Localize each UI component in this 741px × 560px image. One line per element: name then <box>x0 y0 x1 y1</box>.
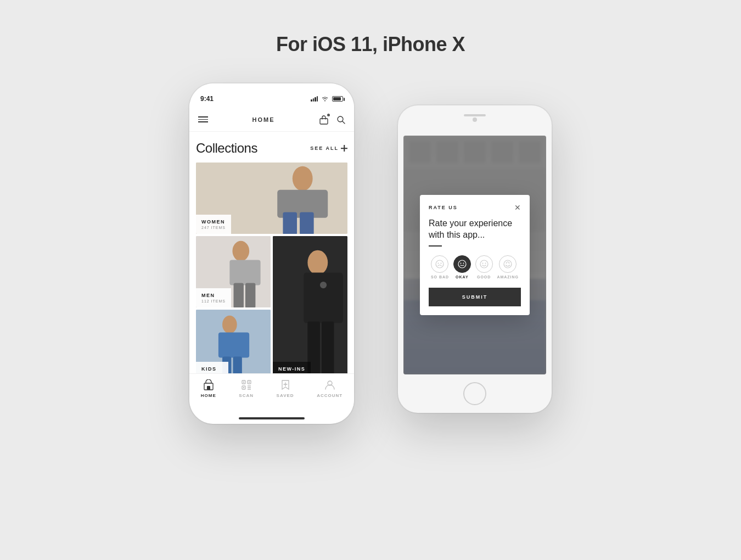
svg-rect-10 <box>229 260 260 285</box>
iphone-x-device: 9:41 <box>189 83 354 424</box>
modal-header: RATE US ✕ <box>429 204 521 211</box>
svg-rect-15 <box>304 273 343 323</box>
svg-rect-29 <box>243 382 244 383</box>
svg-point-14 <box>307 250 328 275</box>
rating-good[interactable]: GOOD <box>475 255 493 279</box>
tab-saved[interactable]: SAVED <box>277 378 294 398</box>
svg-rect-30 <box>249 382 250 383</box>
svg-point-1 <box>338 116 343 122</box>
women-count: 247 ITEMS <box>201 226 226 229</box>
tab-bar: HOME <box>189 373 354 413</box>
newins-name: NEW-INS <box>278 366 305 372</box>
menu-icon[interactable] <box>198 116 208 122</box>
svg-point-49 <box>460 262 461 264</box>
scan-tab-label: SCAN <box>239 393 254 398</box>
amazing-label: AMAZING <box>497 275 519 279</box>
amazing-icon <box>499 255 517 273</box>
collection-kids[interactable]: KIDS 62 ITEMS <box>196 310 271 373</box>
tab-scan[interactable]: SCAN <box>239 378 254 398</box>
men-name: MEN <box>201 293 226 299</box>
home-tab-icon <box>202 378 215 391</box>
svg-point-9 <box>232 241 249 261</box>
svg-point-56 <box>509 262 510 264</box>
svg-rect-0 <box>320 119 328 124</box>
newins-count: 23 ITEMS <box>278 373 305 373</box>
good-label: GOOD <box>477 275 491 279</box>
submit-button[interactable]: SUBMIT <box>429 288 521 306</box>
rate-modal: RATE US ✕ Rate your experience with this… <box>420 195 530 315</box>
kids-count: 62 ITEMS <box>201 373 223 373</box>
home-tab-label: HOME <box>201 393 216 398</box>
account-tab-label: ACCOUNT <box>317 393 343 398</box>
signal-icon <box>311 96 318 102</box>
status-time: 9:41 <box>200 95 214 103</box>
svg-rect-31 <box>243 387 244 388</box>
svg-rect-23 <box>233 356 242 373</box>
women-label: WOMEN 247 ITEMS <box>196 215 231 234</box>
cart-icon[interactable] <box>319 115 329 125</box>
good-icon <box>475 255 493 273</box>
men-label: MEN 112 ITEMS <box>196 288 231 307</box>
svg-point-55 <box>506 262 507 264</box>
svg-point-45 <box>436 260 444 268</box>
phone1-screen: 9:41 <box>189 83 354 424</box>
svg-point-20 <box>222 316 237 334</box>
svg-rect-21 <box>218 332 249 357</box>
svg-rect-25 <box>207 386 210 390</box>
svg-rect-18 <box>322 322 334 373</box>
scan-tab-icon <box>240 378 253 391</box>
home-indicator <box>189 413 354 424</box>
collections-grid: WOMEN 247 ITEMS <box>196 163 347 373</box>
newins-label: NEW-INS 23 ITEMS <box>273 362 311 373</box>
okay-label: OKAY <box>456 275 469 279</box>
modal-title: RATE US <box>429 205 458 210</box>
svg-point-51 <box>480 260 488 268</box>
svg-rect-7 <box>300 212 314 234</box>
account-tab-icon <box>323 378 336 391</box>
svg-point-52 <box>482 262 483 264</box>
svg-point-48 <box>458 260 466 268</box>
rating-okay[interactable]: OKAY <box>453 255 471 279</box>
phone2-background: RATE US ✕ Rate your experience with this… <box>403 136 546 374</box>
rating-options: SO BAD <box>429 255 521 279</box>
home-button[interactable] <box>463 382 486 405</box>
saved-tab-icon <box>279 378 292 391</box>
kids-name: KIDS <box>201 366 223 372</box>
collection-newins[interactable]: NEW-INS 23 ITEMS <box>273 236 347 373</box>
close-icon[interactable]: ✕ <box>514 204 521 211</box>
svg-point-16 <box>320 282 327 288</box>
saved-tab-label: SAVED <box>277 393 294 398</box>
front-camera <box>473 117 477 122</box>
rating-so-bad[interactable]: SO BAD <box>431 255 449 279</box>
men-count: 112 ITEMS <box>201 299 226 303</box>
svg-point-46 <box>438 262 439 264</box>
newins-image <box>273 236 347 373</box>
kids-label: KIDS 62 ITEMS <box>196 362 228 373</box>
svg-point-4 <box>293 166 313 191</box>
svg-rect-11 <box>234 283 244 307</box>
collection-women[interactable]: WOMEN 247 ITEMS <box>196 163 347 234</box>
modal-overlay: RATE US ✕ Rate your experience with this… <box>403 136 546 374</box>
search-icon[interactable] <box>336 115 345 124</box>
status-icons <box>311 96 343 102</box>
app-navbar: HOME <box>189 108 354 132</box>
battery-icon <box>332 96 343 102</box>
see-all-button[interactable]: SEE ALL <box>310 145 347 152</box>
page-title: For iOS 11, iPhone X <box>276 33 465 56</box>
svg-line-2 <box>343 121 345 124</box>
svg-point-47 <box>441 262 442 264</box>
so-bad-label: SO BAD <box>431 275 449 279</box>
phone2-screen: RATE US ✕ Rate your experience with this… <box>403 136 546 374</box>
tab-home[interactable]: HOME <box>201 378 216 398</box>
status-bar: 9:41 <box>189 83 354 108</box>
collection-men[interactable]: MEN 112 ITEMS <box>196 236 271 307</box>
okay-icon <box>453 255 471 273</box>
svg-point-53 <box>485 262 486 264</box>
tab-account[interactable]: ACCOUNT <box>317 378 343 398</box>
app-content: Collections SEE ALL <box>189 132 354 373</box>
wifi-icon <box>321 96 329 102</box>
so-bad-icon <box>431 255 448 273</box>
svg-rect-12 <box>245 283 255 307</box>
rating-amazing[interactable]: AMAZING <box>497 255 519 279</box>
nav-icons <box>319 115 345 125</box>
